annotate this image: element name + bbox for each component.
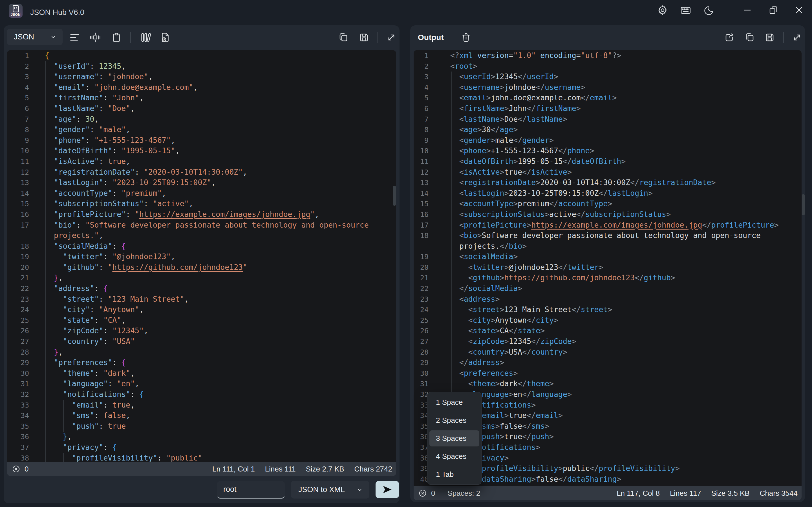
chevron-down-icon <box>50 33 57 41</box>
code-text: "preferences": { <box>45 358 126 367</box>
code-line: 30 "theme": "dark", <box>7 368 396 379</box>
code-text: "notifications": { <box>45 390 144 399</box>
menu-item[interactable]: 2 Spaces <box>429 412 479 429</box>
code-line: 22 </socialMedia> <box>414 283 802 294</box>
code-line: 18 "socialMedia": { <box>7 241 396 251</box>
scrollbar-thumb[interactable] <box>393 186 396 206</box>
menu-item[interactable]: 1 Space <box>429 394 479 410</box>
code-line: 30 <preferences> <box>414 368 802 379</box>
language-selector[interactable]: JSON <box>7 29 63 45</box>
dark-mode-moon-icon[interactable] <box>703 4 716 16</box>
line-number: 35 <box>414 421 428 432</box>
error-count: 0 <box>24 465 29 473</box>
code-line: 31 "language": "en", <box>7 378 396 389</box>
share-icon[interactable] <box>723 31 735 44</box>
code-text: <email>john.doe@example.com</email> <box>450 93 617 102</box>
code-text: "city": "Anytown", <box>45 305 144 314</box>
line-number: 8 <box>414 124 428 135</box>
code-text: <firstName>John</firstName> <box>450 104 581 113</box>
code-text: "privacy": { <box>45 443 117 452</box>
code-line: 11 <dateOfBirth>1995-05-15</dateOfBirth> <box>414 156 802 167</box>
line-number: 30 <box>7 368 29 379</box>
json-editor[interactable]: 1{2 "userId": 12345,3 "username": "johnd… <box>7 50 396 462</box>
line-number: 19 <box>7 251 29 262</box>
code-line: 7 "age": 30, <box>7 114 396 124</box>
conversion-selector[interactable]: JSON to XML <box>291 481 369 499</box>
code-line: 38 "profileVisibility": "public" <box>7 453 396 462</box>
copy-icon[interactable] <box>337 31 350 44</box>
code-line: 8 <age>30</age> <box>414 124 802 135</box>
file-export-icon[interactable] <box>159 31 171 44</box>
paste-clipboard-icon[interactable] <box>110 31 123 44</box>
maximize-restore-button[interactable] <box>767 4 779 16</box>
line-number: 1 <box>414 50 428 61</box>
code-text: "state": "CA", <box>45 316 126 325</box>
expand-icon[interactable] <box>385 31 398 44</box>
code-line: 15 <accountType>premium</accountType> <box>414 198 802 209</box>
toolbar-divider <box>130 32 131 43</box>
line-number: 34 <box>7 410 29 421</box>
code-line: 9 <gender>male</gender> <box>414 135 802 146</box>
code-line: 12 "registrationDate": "2020-03-10T14:30… <box>7 167 396 177</box>
code-line: 1{ <box>7 50 396 61</box>
compact-icon[interactable] <box>89 31 101 44</box>
code-line: 18 <bio>Software developer passionate ab… <box>414 230 802 241</box>
code-text: }, <box>45 432 72 441</box>
convert-send-button[interactable] <box>375 481 399 498</box>
code-text: "street": "123 Main Street", <box>45 295 189 303</box>
code-line: 6 <firstName>John</firstName> <box>414 103 802 114</box>
line-number: 30 <box>414 368 428 379</box>
line-number: 36 <box>414 432 428 442</box>
settings-gear-icon[interactable] <box>656 4 669 16</box>
code-line: 19 "twitter": "@johndoe123", <box>7 251 396 262</box>
language-selector-label: JSON <box>14 33 50 41</box>
line-number: 12 <box>414 167 428 178</box>
indent-guide <box>63 400 64 432</box>
line-number: 16 <box>7 209 29 220</box>
menu-item[interactable]: 1 Tab <box>429 466 479 483</box>
line-number: 38 <box>7 453 29 462</box>
trash-icon[interactable] <box>460 31 472 43</box>
line-number: 20 <box>414 262 428 273</box>
code-text: <?xml version="1.0" encoding="utf-8"?> <box>450 51 621 60</box>
view-columns-icon[interactable] <box>140 31 152 44</box>
root-name-input[interactable]: root <box>217 481 285 499</box>
copy-icon[interactable] <box>744 31 756 44</box>
code-line: 27 "country": "USA" <box>7 336 396 347</box>
app-icon-label: JSON <box>11 13 20 17</box>
indent-setting[interactable]: Spaces: 2 <box>448 489 480 498</box>
code-text: <lastName>Doe</lastName> <box>450 115 567 123</box>
format-align-icon[interactable] <box>68 31 81 44</box>
code-text: "sms": false, <box>45 411 130 420</box>
line-number: 33 <box>7 400 29 411</box>
keyboard-icon[interactable] <box>679 4 692 16</box>
code-line: 34 "sms": false, <box>7 410 396 421</box>
chevron-down-icon <box>356 487 363 493</box>
document-icon <box>13 5 19 12</box>
code-line: 4 "email": "john.doe@example.com", <box>7 82 396 93</box>
root-name-value: root <box>223 485 237 494</box>
file-size: Size 2.7 KB <box>306 465 344 473</box>
save-icon[interactable] <box>358 31 370 44</box>
line-number: 1 <box>7 50 29 61</box>
line-number: 7 <box>414 114 428 125</box>
line-count: Lines 117 <box>670 489 701 498</box>
code-line: 33 "email": true, <box>7 400 396 410</box>
app-icon: JSON <box>9 4 22 18</box>
minimize-button[interactable] <box>741 4 754 16</box>
save-icon[interactable] <box>763 31 776 44</box>
menu-item[interactable]: 3 Spaces <box>429 431 479 446</box>
error-count: 0 <box>431 489 435 498</box>
conversion-label: JSON to XML <box>298 485 345 494</box>
code-text: <profilePicture>https://example.com/imag… <box>450 221 779 229</box>
code-line: 26 "zipCode": "12345", <box>7 325 396 336</box>
code-line: 27 <zipCode>12345</zipCode> <box>414 336 802 347</box>
expand-icon[interactable] <box>791 31 803 44</box>
code-line: 16 "profilePicture": "https://example.co… <box>7 209 396 220</box>
code-line: 2 "userId": 12345, <box>7 61 396 71</box>
line-number: 33 <box>414 400 428 411</box>
indent-guide <box>63 453 64 462</box>
close-button[interactable] <box>793 4 805 16</box>
scrollbar-thumb[interactable] <box>802 194 805 215</box>
menu-item[interactable]: 4 Spaces <box>429 448 479 464</box>
